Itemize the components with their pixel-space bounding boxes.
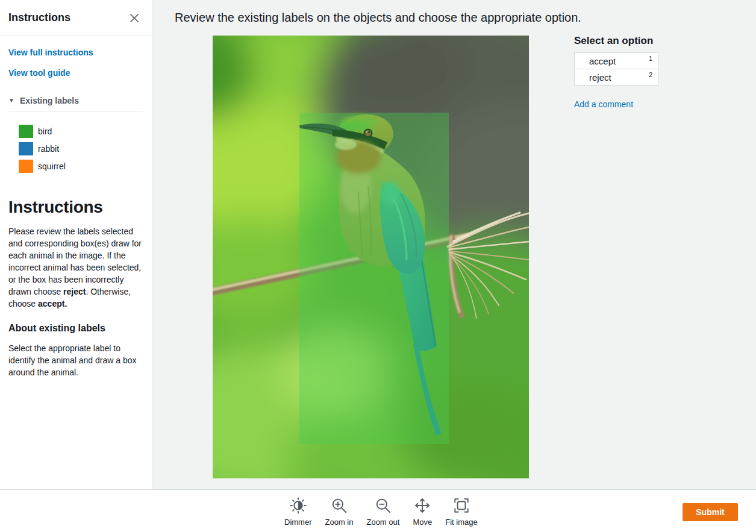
- label-item-text: squirrel: [38, 161, 66, 171]
- instructions-sidebar: Instructions View full instructions View…: [0, 0, 152, 489]
- label-item-text: bird: [38, 127, 52, 136]
- zoom-out-icon: [374, 496, 392, 515]
- option-reject[interactable]: reject 2: [574, 69, 658, 86]
- submit-button[interactable]: Submit: [683, 503, 738, 521]
- dimmer-icon: [289, 496, 307, 515]
- task-prompt: Review the existing labels on the object…: [175, 11, 581, 25]
- view-full-instructions-link[interactable]: View full instructions: [8, 48, 143, 57]
- reject-emphasis: reject: [63, 287, 86, 296]
- label-item-text: rabbit: [38, 144, 59, 154]
- image-toolbar: Dimmer Zoom in Zoom out: [282, 495, 480, 528]
- option-shortcut-key: 1: [649, 55, 652, 62]
- divider: [8, 111, 143, 112]
- tool-label: Zoom in: [325, 518, 354, 527]
- fit-image-icon: [452, 496, 470, 515]
- sidebar-body: View full instructions View tool guide ▼…: [0, 48, 152, 378]
- tool-label: Fit image: [445, 518, 477, 527]
- option-shortcut-key: 2: [649, 71, 652, 78]
- existing-labels-toggle[interactable]: ▼ Existing labels: [8, 96, 143, 105]
- option-label: accept: [589, 56, 616, 66]
- rabbit-color-swatch: [19, 142, 33, 155]
- zoom-in-icon: [330, 496, 348, 515]
- label-item-squirrel: squirrel: [19, 157, 143, 175]
- dimmer-button[interactable]: Dimmer: [282, 495, 314, 528]
- bird-photo: [213, 36, 529, 478]
- sidebar-title: Instructions: [8, 11, 70, 24]
- existing-labels-header: Existing labels: [20, 96, 79, 105]
- squirrel-color-swatch: [19, 160, 33, 173]
- footer-bar: Dimmer Zoom in Zoom out: [0, 489, 756, 532]
- labeling-app: Instructions View full instructions View…: [0, 0, 756, 532]
- zoom-out-button[interactable]: Zoom out: [364, 495, 402, 528]
- about-existing-labels-heading: About existing labels: [8, 323, 143, 334]
- options-panel: Select an option accept 1 reject 2 Add a…: [574, 35, 658, 110]
- bird-color-swatch: [19, 125, 33, 138]
- fit-image-button[interactable]: Fit image: [443, 495, 480, 528]
- close-icon[interactable]: [129, 13, 140, 23]
- task-image[interactable]: [213, 36, 529, 478]
- sidebar-header: Instructions: [0, 0, 152, 36]
- options-box: accept 1 reject 2: [574, 52, 658, 86]
- options-heading: Select an option: [574, 35, 658, 47]
- add-comment-link[interactable]: Add a comment: [574, 99, 633, 109]
- bounding-box-bird[interactable]: [299, 113, 449, 444]
- existing-labels-list: bird rabbit squirrel: [8, 122, 143, 175]
- chevron-down-icon: ▼: [8, 98, 14, 104]
- about-existing-labels-paragraph: Select the appropriate label to identify…: [8, 342, 146, 378]
- option-label: reject: [589, 72, 611, 83]
- task-work-area: Review the existing labels on the object…: [152, 0, 756, 489]
- move-icon: [413, 496, 431, 515]
- accept-emphasis: accept.: [38, 299, 67, 308]
- zoom-in-button[interactable]: Zoom in: [323, 495, 356, 528]
- option-accept[interactable]: accept 1: [574, 52, 658, 69]
- tool-label: Dimmer: [284, 518, 312, 527]
- instructions-paragraph: Please review the labels selected and co…: [8, 225, 146, 310]
- label-item-bird: bird: [19, 122, 143, 140]
- instructions-text: Please review the labels selected and co…: [8, 227, 142, 296]
- tool-label: Move: [413, 518, 432, 527]
- instructions-heading: Instructions: [8, 198, 143, 217]
- view-tool-guide-link[interactable]: View tool guide: [8, 68, 143, 78]
- label-item-rabbit: rabbit: [19, 140, 143, 157]
- tool-label: Zoom out: [366, 518, 399, 527]
- move-button[interactable]: Move: [410, 495, 434, 528]
